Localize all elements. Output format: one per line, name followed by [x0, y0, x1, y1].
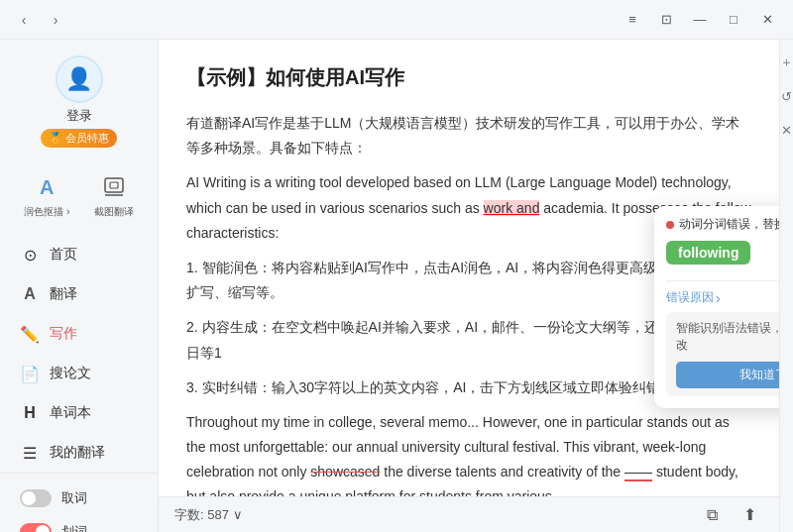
svg-rect-2	[110, 182, 118, 188]
error-reason-link[interactable]: 错误原因	[666, 289, 721, 306]
sidebar-home-label: 首页	[50, 246, 77, 264]
main-layout: 👤 登录 🏅 会员特惠 A 润色抠描 ›	[0, 40, 793, 532]
home-icon: ⊙	[20, 245, 40, 265]
popup-title: 动词分词错误，替换为：	[679, 216, 779, 233]
popup-header: 动词分词错误，替换为：	[666, 216, 779, 233]
sidebar: 👤 登录 🏅 会员特惠 A 润色抠描 ›	[0, 40, 159, 532]
sidebar-translate-label: 翻译	[50, 285, 77, 303]
user-section: 👤 登录 🏅 会员特惠	[0, 48, 158, 160]
popup-footer: 智能识别语法错误，点击立即修改 我知道了	[666, 312, 779, 396]
close-button[interactable]: ✕	[753, 6, 781, 34]
bottom-bar: 字数: 587 ∨ ⧉ ⬆	[159, 496, 779, 532]
underline-span: ——	[624, 464, 652, 481]
forward-button[interactable]: ›	[44, 8, 67, 32]
writing-icon: ✏️	[20, 324, 40, 344]
sidebar-item-search-paper[interactable]: 📄 搜论文	[0, 354, 158, 393]
para-1: 有道翻译AI写作是基于LLM（大规模语言模型）技术研发的写作工具，可以用于办公、…	[186, 111, 751, 160]
menu-button[interactable]: ≡	[619, 6, 646, 34]
tool-icons: A 润色抠描 › 截图翻译	[0, 160, 158, 231]
popup-footer-text: 智能识别语法错误，点击立即修改	[676, 320, 779, 354]
my-translate-icon: ☰	[20, 443, 40, 463]
login-label[interactable]: 登录	[66, 107, 92, 125]
highlighted-work: work and	[484, 200, 540, 216]
bottom-actions: ⧉ ⬆	[698, 501, 763, 529]
back-button[interactable]: ‹	[12, 8, 36, 32]
content-area: 【示例】如何使用AI写作 有道翻译AI写作是基于LLM（大规模语言模型）技术研发…	[159, 40, 779, 532]
color-tool-button[interactable]: A 润色抠描 ›	[16, 167, 77, 223]
word-count-label: 字数: 587	[174, 506, 229, 524]
sidebar-search-paper-label: 搜论文	[50, 365, 91, 382]
word-pick-label: 取词	[61, 489, 87, 507]
error-dot	[666, 221, 674, 229]
popup-error-row: 错误原因 🗑	[666, 289, 779, 306]
avatar[interactable]: 👤	[56, 55, 103, 103]
sidebar-writing-label: 写作	[50, 325, 77, 343]
doc-title: 【示例】如何使用AI写作	[186, 59, 751, 95]
vocabulary-icon: H	[20, 403, 40, 423]
copy-button[interactable]: ⧉	[698, 501, 726, 529]
right-edge-bar: ＋ ↺ ✕	[779, 40, 793, 532]
strikethrough-showcased: showcased	[310, 464, 380, 479]
line-pick-switch[interactable]	[20, 523, 52, 532]
title-bar-right: ≡ ⊡ — □ ✕	[619, 6, 781, 34]
grammar-popup: 动词分词错误，替换为： following 错误原因 🗑 智能识别语法错误，点击…	[654, 206, 779, 408]
sidebar-item-my-translate[interactable]: ☰ 我的翻译	[0, 433, 158, 473]
crop-tool-button[interactable]: 截图翻译	[86, 167, 142, 223]
word-count-chevron: ∨	[233, 507, 243, 522]
color-tool-label: 润色抠描 ›	[24, 205, 69, 219]
search-paper-icon: 📄	[20, 364, 40, 383]
sidebar-vocabulary-label: 单词本	[50, 404, 91, 422]
sidebar-my-translate-label: 我的翻译	[50, 444, 105, 462]
vip-badge[interactable]: 🏅 会员特惠	[41, 129, 117, 148]
crop-tool-label: 截图翻译	[94, 205, 134, 219]
translate-icon: A	[20, 284, 40, 304]
line-pick-toggle[interactable]: 划词	[0, 515, 158, 532]
line-pick-knob	[36, 525, 50, 532]
color-tool-icon: A	[29, 171, 64, 203]
export-button[interactable]: ⬆	[736, 501, 763, 529]
user-icon: 👤	[65, 66, 92, 92]
vip-icon: 🏅	[49, 132, 62, 145]
crop-tool-icon	[96, 171, 132, 203]
title-bar: ‹ › ≡ ⊡ — □ ✕	[0, 0, 793, 40]
word-pick-knob	[22, 491, 36, 505]
svg-rect-0	[105, 178, 123, 192]
vip-label: 会员特惠	[65, 131, 109, 146]
sidebar-item-writing[interactable]: ✏️ 写作	[0, 314, 158, 354]
line-pick-label: 划词	[61, 523, 87, 532]
word-pick-toggle[interactable]: 取词	[0, 481, 158, 515]
word-pick-switch[interactable]	[20, 489, 52, 507]
suggested-word-tag[interactable]: following	[666, 241, 750, 265]
sidebar-bottom: 取词 划词	[0, 473, 158, 532]
sidebar-item-home[interactable]: ⊙ 首页	[0, 235, 158, 274]
word-count[interactable]: 字数: 587 ∨	[174, 506, 243, 524]
title-bar-left: ‹ ›	[12, 8, 67, 32]
maximize-button[interactable]: □	[720, 6, 747, 34]
pin-button[interactable]: ⊡	[652, 6, 680, 34]
para-6: Throughout my time in college, several m…	[186, 410, 751, 496]
minimize-button[interactable]: —	[686, 6, 714, 34]
popup-divider	[666, 280, 779, 281]
sidebar-item-vocabulary[interactable]: H 单词本	[0, 393, 158, 433]
sidebar-item-translate[interactable]: A 翻译	[0, 274, 158, 314]
confirm-button[interactable]: 我知道了	[676, 362, 779, 388]
